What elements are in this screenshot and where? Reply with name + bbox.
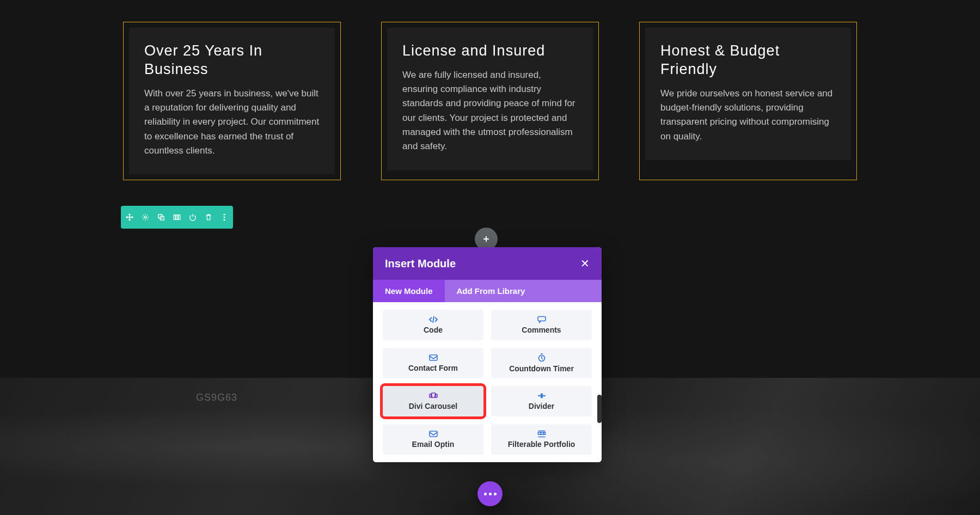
dot-icon [489, 493, 492, 495]
dot-icon [494, 493, 497, 495]
duplicate-icon[interactable] [157, 213, 166, 222]
module-email-optin[interactable]: Email Optin [383, 424, 483, 455]
modal-header: Insert Module ✕ [373, 247, 602, 280]
more-icon[interactable] [220, 213, 229, 222]
gear-icon[interactable] [141, 213, 150, 222]
module-countdown-timer[interactable]: Countdown Timer [491, 348, 592, 378]
card-body: With over 25 years in business, we've bu… [144, 87, 320, 158]
module-filterable-portfolio[interactable]: Filterable Portfolio [491, 424, 592, 455]
columns-icon[interactable] [173, 213, 181, 222]
code-icon [428, 316, 438, 323]
feature-cards-row: Over 25 Years In Business With over 25 y… [0, 0, 980, 180]
module-label: Divi Carousel [409, 402, 457, 410]
feature-card: Honest & Budget Friendly We pride oursel… [639, 22, 857, 180]
module-comments[interactable]: Comments [491, 310, 592, 340]
svg-rect-15 [430, 431, 437, 437]
svg-point-0 [144, 216, 146, 218]
comments-icon [537, 316, 547, 323]
svg-rect-4 [176, 215, 177, 220]
svg-rect-5 [179, 215, 180, 220]
grid-icon [537, 430, 546, 438]
scrollbar-thumb[interactable] [597, 395, 602, 423]
close-icon[interactable]: ✕ [580, 257, 590, 270]
timer-icon [537, 353, 546, 362]
module-divider[interactable]: Divider [491, 386, 592, 416]
module-label: Filterable Portfolio [508, 440, 575, 449]
svg-point-7 [223, 216, 225, 218]
bg-equipment-label: GS9G63 [196, 392, 237, 403]
module-label: Code [424, 326, 443, 334]
module-divi-carousel[interactable]: Divi Carousel [383, 386, 483, 416]
carousel-icon [428, 392, 438, 400]
card-title: Honest & Budget Friendly [660, 42, 836, 79]
power-icon[interactable] [188, 213, 197, 222]
tab-add-from-library[interactable]: Add From Library [445, 280, 602, 302]
tab-new-module[interactable]: New Module [373, 280, 445, 302]
card-body: We pride ourselves on honest service and… [660, 87, 836, 144]
envelope-icon [428, 430, 438, 438]
module-grid: Code Comments Contact Form Countdown Tim… [373, 302, 602, 462]
builder-fab[interactable] [477, 481, 503, 506]
trash-icon[interactable] [204, 213, 213, 222]
card-title: Over 25 Years In Business [144, 42, 320, 79]
modal-tabs: New Module Add From Library [373, 280, 602, 302]
module-contact-form[interactable]: Contact Form [383, 348, 483, 378]
card-title: License and Insured [402, 42, 578, 60]
feature-card: Over 25 Years In Business With over 25 y… [123, 22, 341, 180]
dot-icon [484, 493, 487, 495]
card-body: We are fully licensed and insured, ensur… [402, 68, 578, 154]
insert-module-modal: Insert Module ✕ New Module Add From Libr… [373, 247, 602, 462]
module-label: Divider [529, 402, 554, 410]
divider-icon [537, 392, 547, 400]
module-label: Email Optin [412, 440, 455, 449]
svg-rect-18 [543, 432, 545, 434]
modal-title: Insert Module [385, 258, 456, 270]
module-label: Contact Form [408, 364, 458, 372]
feature-card: License and Insured We are fully license… [381, 22, 599, 180]
svg-rect-14 [435, 394, 437, 397]
svg-rect-9 [538, 317, 546, 321]
svg-point-8 [223, 219, 225, 220]
module-label: Comments [522, 326, 561, 334]
svg-rect-3 [174, 215, 175, 220]
move-icon[interactable] [125, 213, 134, 222]
svg-rect-13 [430, 394, 432, 397]
svg-point-6 [223, 213, 225, 215]
envelope-icon [428, 354, 438, 361]
svg-rect-10 [430, 355, 437, 360]
module-label: Countdown Timer [509, 364, 574, 373]
row-toolbar [121, 206, 233, 229]
module-code[interactable]: Code [383, 310, 483, 340]
